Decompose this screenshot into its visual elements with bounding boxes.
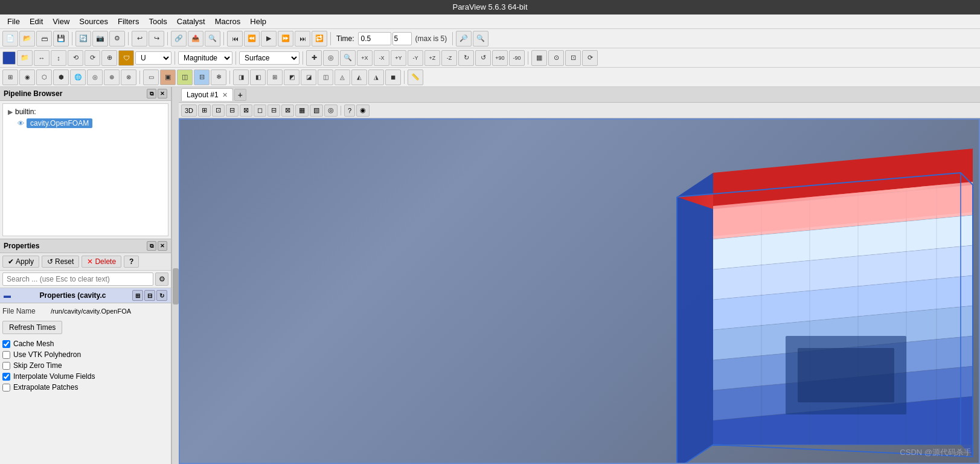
slice-btn-7[interactable]: ◬ [335, 69, 350, 85]
transform-button-4[interactable]: ⟳ [85, 50, 100, 66]
skip-zero-checkbox[interactable] [2, 362, 10, 370]
properties-close-button[interactable]: ✕ [158, 241, 167, 251]
time-input[interactable] [358, 32, 391, 45]
add-tab-button[interactable]: + [234, 89, 246, 101]
open-button[interactable]: 📂 [19, 31, 35, 47]
properties-float-button[interactable]: ⧉ [147, 241, 156, 251]
axis-button-4[interactable]: -Y [408, 50, 423, 66]
vp-layout-9[interactable]: ▧ [310, 105, 323, 117]
menu-file[interactable]: File [2, 16, 25, 27]
new-button[interactable]: 📄 [2, 31, 18, 47]
last-frame-button[interactable]: ⏭ [295, 31, 310, 47]
vis-button-2[interactable]: ◉ [19, 69, 35, 85]
save-button[interactable]: 💾 [53, 31, 69, 47]
filter-btn-4[interactable]: ⊟ [194, 69, 210, 85]
rotate-button-2[interactable]: ↺ [475, 50, 491, 66]
props-refresh-icon[interactable]: ↻ [156, 290, 167, 301]
axis-button-3[interactable]: +Y [391, 50, 406, 66]
delete-button[interactable]: ✕ Delete [82, 256, 121, 268]
3d-button[interactable]: 3D [181, 105, 197, 117]
reset-view-button[interactable]: ⊡ [565, 50, 581, 66]
interaction-button-3[interactable]: 🔍 [340, 50, 356, 66]
search-settings-button[interactable]: ⚙ [155, 272, 168, 286]
help-button[interactable]: ? [124, 256, 139, 268]
rotate-button-1[interactable]: ↻ [458, 50, 474, 66]
transform-button-2[interactable]: ↕ [51, 50, 66, 66]
link-button[interactable]: 🔗 [171, 31, 187, 47]
props-paste-button[interactable]: ⊟ [144, 290, 155, 301]
axis-button-6[interactable]: -Z [441, 50, 457, 66]
prev-frame-button[interactable]: ⏪ [244, 31, 260, 47]
slice-btn-6[interactable]: ◫ [318, 69, 333, 85]
layout-tab[interactable]: Layout #1 ✕ [181, 88, 233, 101]
use-vtk-checkbox[interactable] [2, 351, 10, 359]
redo-button[interactable]: ↪ [149, 31, 164, 47]
vp-layout-7[interactable]: ⊠ [281, 105, 294, 117]
first-frame-button[interactable]: ⏮ [227, 31, 243, 47]
axis-button-2[interactable]: -X [374, 50, 389, 66]
extrapolate-checkbox[interactable] [2, 384, 10, 392]
pipeline-builtin-item[interactable]: ▶ builtin: [5, 106, 165, 117]
apply-button[interactable]: ✔ Apply [2, 256, 39, 268]
rotate-ccw[interactable]: -90 [509, 50, 525, 66]
magnitude-dropdown[interactable]: Magnitude [178, 51, 232, 65]
transform-button-1[interactable]: ↔ [34, 50, 50, 66]
interaction-button-1[interactable]: ✚ [306, 50, 322, 66]
undo-button[interactable]: ↩ [132, 31, 147, 47]
shield-icon[interactable]: 🛡 [118, 50, 134, 66]
vp-camera-button[interactable]: ◉ [356, 105, 370, 117]
color-swatch-1[interactable] [2, 51, 16, 65]
colorby-dropdown[interactable]: U [135, 51, 171, 65]
menu-macros[interactable]: Macros [210, 16, 246, 27]
viewport-canvas[interactable]: CSDN @源代码杀手 [179, 118, 980, 464]
transform-button-3[interactable]: ⟲ [68, 50, 83, 66]
vp-layout-5[interactable]: ◻ [254, 105, 266, 117]
left-panel-scrollbar[interactable] [171, 87, 179, 464]
recent-files-button[interactable]: 🗃 [36, 31, 52, 47]
scroll-thumb[interactable] [173, 268, 179, 304]
vis-button-7[interactable]: ⊕ [104, 69, 120, 85]
vis-button-1[interactable]: ⊞ [2, 69, 18, 85]
vis-button-3[interactable]: ⬡ [36, 69, 52, 85]
screenshot-button[interactable]: 📷 [92, 31, 108, 47]
menu-help[interactable]: Help [245, 16, 271, 27]
vis-button-6[interactable]: ◎ [87, 69, 103, 85]
vp-layout-3[interactable]: ⊟ [226, 105, 239, 117]
slice-btn-1[interactable]: ◨ [233, 69, 249, 85]
play-button[interactable]: ▶ [261, 31, 277, 47]
menu-catalyst[interactable]: Catalyst [172, 16, 210, 27]
view-settings-button[interactable]: ⟳ [582, 50, 598, 66]
vp-help-button[interactable]: ? [344, 105, 355, 117]
vp-layout-4[interactable]: ⊠ [240, 105, 252, 117]
loop-button[interactable]: 🔁 [312, 31, 327, 47]
transform-button-5[interactable]: ⊕ [101, 50, 117, 66]
center-button[interactable]: ⊙ [548, 50, 564, 66]
menu-view[interactable]: View [48, 16, 74, 27]
zoom-mode-button[interactable]: 🔍 [473, 31, 488, 47]
vp-layout-6[interactable]: ⊟ [267, 105, 280, 117]
cache-mesh-checkbox[interactable] [2, 340, 10, 348]
reset-button[interactable]: ↺ Reset [42, 256, 79, 268]
interaction-button-2[interactable]: ◎ [323, 50, 339, 66]
surface-dropdown[interactable]: Surface [239, 51, 299, 65]
properties-search-input[interactable] [2, 272, 153, 286]
vp-layout-8[interactable]: ▦ [295, 105, 309, 117]
vis-button-8[interactable]: ⊗ [121, 69, 136, 85]
slice-btn-10[interactable]: ◼ [385, 69, 401, 85]
open-data-button[interactable]: 📁 [17, 50, 33, 66]
menu-sources[interactable]: Sources [74, 16, 113, 27]
vp-layout-1[interactable]: ⊞ [198, 105, 211, 117]
filter-button[interactable]: 🔍 [205, 31, 220, 47]
axis-button-1[interactable]: +X [357, 50, 373, 66]
slice-btn-4[interactable]: ◩ [284, 69, 299, 85]
filter-btn-3[interactable]: ◫ [177, 69, 193, 85]
tab-close-icon[interactable]: ✕ [222, 91, 228, 99]
slice-btn-5[interactable]: ◪ [301, 69, 316, 85]
visibility-eye-icon[interactable]: 👁 [18, 120, 24, 127]
slice-btn-2[interactable]: ◧ [250, 69, 266, 85]
slice-btn-3[interactable]: ⊞ [267, 69, 283, 85]
axis-button-5[interactable]: +Z [424, 50, 440, 66]
vp-layout-10[interactable]: ◎ [324, 105, 338, 117]
colorbar-button[interactable]: ▦ [531, 50, 547, 66]
vp-layout-2[interactable]: ⊡ [212, 105, 225, 117]
